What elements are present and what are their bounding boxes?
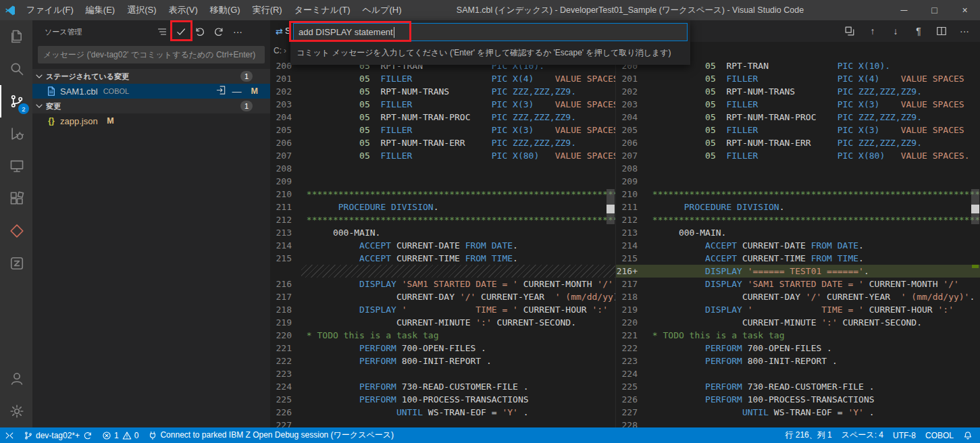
code-line[interactable]: 223 PERFORM 800-INIT-REPORT . [616,355,980,367]
code-line[interactable]: 201 05 FILLER PIC X(4) VALUE SPACES [270,72,615,85]
code-line[interactable]: 226 PERFORM 100-PROCESS-TRANSACTIONS [616,393,980,406]
line-number[interactable]: 203 [616,98,647,111]
line-number[interactable]: 223 [270,367,301,380]
code-line[interactable]: 217 DISPLAY 'SAM1 STARTED DATE = ' CURRE… [616,278,980,290]
line-number[interactable]: 214 [270,239,301,252]
line-number[interactable]: 216 [270,278,301,290]
code-line[interactable]: 220 * TODO this is a task tag [270,329,615,342]
line-number[interactable]: 208 [270,162,301,175]
editor-action-previous-change[interactable]: ↑ [867,25,879,37]
maximize-button[interactable]: □ [919,0,950,20]
activity-item-zowe-explorer[interactable] [0,215,32,247]
code-line[interactable]: 203 05 FILLER PIC X(3) VALUE SPACES [270,98,615,111]
scm-section-header-1[interactable]: 変更1 [32,99,270,113]
line-number[interactable]: 209 [270,175,301,188]
line-number[interactable]: 215 [616,252,647,265]
editor-action-split-editor[interactable] [935,25,948,37]
line-number[interactable]: 216+ [616,265,647,278]
code-line[interactable]: 202 05 RPT-NUM-TRANS PIC ZZZ,ZZZ,ZZ9. [270,85,615,98]
code-line[interactable]: 211 PROCEDURE DIVISION. [270,201,615,213]
menu-item-4[interactable]: 移動(G) [204,0,247,20]
activity-item-ibm-z-open-editor[interactable] [0,247,32,280]
line-number[interactable]: 210 [270,188,301,201]
status-notifications[interactable] [958,427,977,443]
breadcrumb-root[interactable]: C: [274,46,282,55]
line-number[interactable]: 207 [270,149,301,162]
code-line[interactable]: 203 05 FILLER PIC X(3) VALUE SPACES [616,98,980,111]
line-number[interactable]: 217 [616,278,647,290]
code-line[interactable]: 204 05 RPT-NUM-TRAN-PROC PIC ZZZ,ZZZ,ZZ9… [616,111,980,124]
code-line[interactable]: 208 [270,162,615,175]
code-line[interactable]: 210 ************************************… [270,188,615,201]
code-line[interactable]: 219 DISPLAY ' TIME = ' CURRENT-HOUR ':' [616,303,980,316]
activity-item-explorer[interactable] [0,20,32,53]
line-number[interactable] [270,265,301,278]
code-line[interactable]: 222 PERFORM 700-OPEN-FILES . [616,342,980,355]
code-line[interactable]: 206 05 RPT-NUM-TRAN-ERR PIC ZZZ,ZZZ,ZZ9. [616,136,980,149]
line-number[interactable]: 219 [616,303,647,316]
line-number[interactable]: 202 [616,85,647,98]
scm-item-SAM1-cbl[interactable]: SAM1.cblCOBOL—M [32,84,270,99]
line-number[interactable]: 218 [270,303,301,316]
code-line[interactable]: 209 [270,175,615,188]
code-line[interactable]: 225 PERFORM 730-READ-CUSTOMER-FILE . [616,380,980,393]
code-line[interactable]: 207 05 FILLER PIC X(80) VALUE SPACES. [616,149,980,162]
line-number[interactable]: 206 [270,136,301,149]
code-line[interactable]: 213 000-MAIN. [616,226,980,239]
scm-item-action-open-file[interactable] [216,85,226,98]
status-debug-session[interactable]: Connect to parked IBM Z Open Debug sessi… [143,427,398,443]
status-problems[interactable]: 10 [97,427,143,443]
editor-action-next-change[interactable]: ↓ [889,25,902,37]
editor-action-more-actions[interactable]: ··· [958,25,971,37]
line-number[interactable]: 202 [270,85,301,98]
line-number[interactable]: 220 [616,316,647,329]
line-number[interactable]: 212 [270,213,301,226]
line-number[interactable]: 227 [270,419,301,427]
right-scrollbar[interactable] [971,59,980,427]
code-line[interactable]: 217 CURRENT-DAY '/' CURRENT-YEAR ' (mm/d… [270,290,615,303]
code-line[interactable]: 226 UNTIL WS-TRAN-EOF = 'Y' . [270,406,615,419]
scm-section-header-0[interactable]: ステージされている変更1 [32,69,270,84]
code-line[interactable]: 215 ACCEPT CURRENT-TIME FROM TIME. [270,252,615,265]
line-number[interactable]: 225 [270,393,301,406]
code-line[interactable]: 212 ************************************… [616,213,980,226]
line-number[interactable]: 221 [270,342,301,355]
code-line[interactable]: 204 05 RPT-NUM-TRAN-PROC PIC ZZZ,ZZZ,ZZ9… [270,111,615,124]
line-number[interactable]: 213 [616,226,647,239]
line-number[interactable]: 228 [616,419,647,427]
line-number[interactable]: 209 [616,175,647,188]
code-line[interactable]: 206 05 RPT-NUM-TRAN-ERR PIC ZZZ,ZZZ,ZZ9. [270,136,615,149]
code-line[interactable]: 227 UNTIL WS-TRAN-EOF = 'Y' . [616,406,980,419]
code-line[interactable]: 216+ DISPLAY '====== TEST01 ======'. [616,265,980,278]
line-number[interactable]: 226 [616,393,647,406]
scm-action-undo-last-commit[interactable] [193,25,207,38]
status-remote[interactable] [0,427,19,443]
menu-item-6[interactable]: ターミナル(T) [288,0,357,20]
line-number[interactable]: 225 [616,380,647,393]
scm-item-action-unstage-changes[interactable]: — [232,85,242,97]
scm-action-more-actions[interactable]: ··· [231,25,244,38]
code-line[interactable]: 213 000-MAIN. [270,226,615,239]
status-branch[interactable]: dev-tag02*+ [19,427,97,443]
diff-original-pane[interactable]: 200 05 RPT-TRAN PIC X(10).201 05 FILLER … [270,59,615,427]
line-number[interactable]: 204 [616,111,647,124]
code-line[interactable]: 223 [270,367,615,380]
activity-item-accounts[interactable] [0,363,32,395]
code-line[interactable]: 201 05 FILLER PIC X(4) VALUE SPACES [616,72,980,85]
activity-item-run-and-debug[interactable] [0,118,32,150]
line-number[interactable]: 212 [616,213,647,226]
code-line[interactable]: 224 [616,367,980,380]
menu-item-5[interactable]: 実行(R) [247,0,288,20]
code-line[interactable]: 216 DISPLAY 'SAM1 STARTED DATE = ' CURRE… [270,278,615,290]
code-line[interactable]: 218 DISPLAY ' TIME = ' CURRENT-HOUR ':' [270,303,615,316]
editor-action-render-whitespace[interactable]: ¶ [912,25,925,37]
status-language-mode[interactable]: COBOL [921,427,958,443]
line-number[interactable]: 201 [270,72,301,85]
line-number[interactable]: 224 [616,367,647,380]
code-line[interactable]: 221 PERFORM 700-OPEN-FILES . [270,342,615,355]
code-line[interactable]: 209 [616,175,980,188]
code-line[interactable]: 205 05 FILLER PIC X(3) VALUE SPACES [616,124,980,136]
code-line[interactable]: 227 [270,419,615,427]
scm-item-zapp-json[interactable]: {}zapp.jsonM [32,113,270,128]
code-line[interactable]: 218 CURRENT-DAY '/' CURRENT-YEAR ' (mm/d… [616,290,980,303]
